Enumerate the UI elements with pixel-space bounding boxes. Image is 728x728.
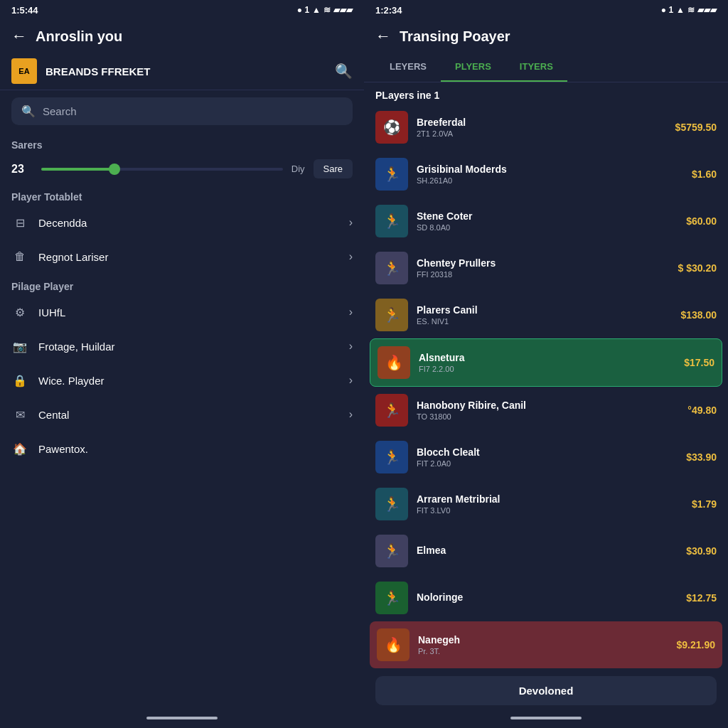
save-button[interactable]: Sare [314, 159, 353, 178]
player-name-6: Hanobony Ribire, Canil [417, 400, 679, 411]
menu-item-wice[interactable]: 🔒 Wice. Playder › [0, 363, 364, 397]
player-sub-2: SD 8.0A0 [417, 223, 678, 232]
right-header: ← Transing Poayer [364, 20, 728, 53]
pilage-section-title: Pilage Player [0, 274, 364, 295]
player-info-2: Stene Coter SD 8.0A0 [417, 210, 678, 232]
pawentox-label: Pawentox. [38, 443, 353, 455]
player-name-5: Alsnetura [419, 352, 675, 363]
player-row-9[interactable]: 🏃 Elmea $30.90 [364, 528, 728, 574]
left-back-button[interactable]: ← [11, 27, 27, 46]
menu-item-pawentox[interactable]: 🏠 Pawentox. [0, 432, 364, 466]
right-status-bar: 1:2:34 ● 1 ▲ ≋ ▰▰▰ [364, 0, 728, 20]
player-info-6: Hanobony Ribire, Canil TO 31800 [417, 400, 679, 421]
player-sub-1: SH.261A0 [417, 176, 683, 185]
player-price-3: $ $30.20 [678, 262, 717, 274]
player-row-3[interactable]: 🏃 Chentey Prullers FFI 20318 $ $30.20 [364, 245, 728, 291]
player-sub-5: FI7 2.2.00 [419, 365, 675, 373]
iuhfl-label: IUHfL [38, 306, 339, 318]
player-avatar-10: 🏃 [375, 582, 408, 614]
player-info-8: Arraren Metribrial FIT 3.LV0 [417, 493, 683, 515]
wice-label: Wice. Playder [38, 375, 339, 387]
player-row-7[interactable]: 🏃 Blocch Clealt FIT 2.0A0 $33.90 [364, 434, 728, 481]
player-sub-4: ES. NIV1 [417, 317, 672, 326]
player-avatar-6: 🏃 [375, 394, 408, 427]
player-name-1: Grisibinal Moderds [417, 164, 683, 175]
tab-ityers[interactable]: ITYERS [505, 53, 567, 82]
slider-thumb[interactable] [109, 164, 120, 175]
player-price-11: $9.21.90 [677, 639, 716, 651]
savers-section-title: Sarers [0, 132, 364, 154]
player-info-0: Breeferdal 2T1 2.0VA [417, 117, 667, 138]
player-price-1: $1.60 [692, 168, 717, 180]
player-row-6[interactable]: 🏃 Hanobony Ribire, Canil TO 31800 °49.80 [364, 387, 728, 434]
cental-chevron-icon: › [349, 408, 353, 421]
right-time: 1:2:34 [375, 5, 402, 16]
menu-item-iuhfl[interactable]: ⚙ IUHfL › [0, 295, 364, 329]
player-price-4: $138.00 [680, 309, 717, 321]
player-avatar-9: 🏃 [375, 535, 408, 567]
player-row-0[interactable]: ⚽ Breeferdal 2T1 2.0VA $5759.50 [364, 104, 728, 151]
right-status-icons: ● 1 ▲ ≋ ▰▰▰ [661, 5, 717, 15]
player-name-10: Noloringe [417, 592, 678, 603]
player-row-11-last[interactable]: 🔥 Nanegeh Pr. 3T. $9.21.90 [370, 621, 722, 668]
player-avatar-0: ⚽ [375, 111, 408, 144]
player-price-8: $1.79 [692, 498, 717, 510]
tab-leyers[interactable]: LEYERS [375, 53, 441, 82]
left-status-icons: ● 1 ▲ ≋ ▰▰▰ [297, 5, 353, 15]
player-row-10[interactable]: 🏃 Noloringe $12.75 [364, 574, 728, 621]
left-page-title: Anroslin you [36, 28, 353, 45]
wice-icon: 🔒 [11, 372, 28, 389]
players-section-label: PLayers ine 1 [364, 82, 728, 104]
player-row-2[interactable]: 🏃 Stene Coter SD 8.0A0 $60.00 [364, 198, 728, 245]
right-bottom-bar [364, 711, 728, 728]
player-info-1: Grisibinal Moderds SH.261A0 [417, 164, 683, 185]
player-row-1[interactable]: 🏃 Grisibinal Moderds SH.261A0 $1.60 [364, 151, 728, 198]
slider-left-label: 23 [11, 163, 33, 176]
wice-chevron-icon: › [349, 374, 353, 387]
player-info-10: Noloringe [417, 592, 678, 604]
search-input[interactable] [43, 105, 343, 117]
player-price-9: $30.90 [686, 545, 717, 557]
player-avatar-11: 🔥 [377, 628, 410, 661]
right-home-indicator [510, 717, 582, 719]
player-avatar-3: 🏃 [375, 252, 408, 284]
left-header: ← Anroslin you [0, 20, 364, 53]
player-list: ⚽ Breeferdal 2T1 2.0VA $5759.50 🏃 Grisib… [364, 104, 728, 676]
iuhfl-chevron-icon: › [349, 306, 353, 318]
player-sub-6: TO 31800 [417, 412, 679, 421]
regnot-label: Regnot Lariser [38, 251, 339, 263]
player-sub-11: Pr. 3T. [418, 647, 668, 655]
player-name-2: Stene Coter [417, 210, 678, 222]
player-sub-8: FIT 3.LV0 [417, 506, 683, 515]
decendda-icon: ⊟ [11, 214, 28, 231]
cental-label: Cental [38, 409, 339, 421]
home-indicator [146, 717, 218, 719]
slider-row: 23 Diy Sare [0, 154, 364, 184]
regnot-chevron-icon: › [349, 250, 353, 263]
player-row-8[interactable]: 🏃 Arraren Metribrial FIT 3.LV0 $1.79 [364, 481, 728, 528]
tabs-row: LEYERS PLYERS ITYERS [364, 53, 728, 82]
player-sub-0: 2T1 2.0VA [417, 129, 667, 138]
menu-item-cental[interactable]: ✉ Cental › [0, 397, 364, 432]
frotage-icon: 📷 [11, 338, 28, 355]
player-avatar-8: 🏃 [375, 488, 408, 520]
player-row-5-highlighted[interactable]: 🔥 Alsnetura FI7 2.2.00 $17.50 [370, 338, 722, 387]
search-icon[interactable]: 🔍 [335, 63, 353, 80]
right-back-button[interactable]: ← [375, 27, 391, 46]
search-bar[interactable]: 🔍 [11, 97, 353, 125]
right-page-title: Transing Poayer [400, 28, 717, 45]
menu-item-decendda[interactable]: ⊟ Decendda › [0, 205, 364, 240]
menu-item-frotage[interactable]: 📷 Frotage, Huildar › [0, 329, 364, 363]
player-price-5: $17.50 [684, 357, 714, 368]
player-sub-3: FFI 20318 [417, 270, 670, 279]
player-avatar-5: 🔥 [378, 346, 410, 379]
slider-track[interactable] [41, 168, 283, 171]
player-info-5: Alsnetura FI7 2.2.00 [419, 352, 675, 373]
player-row-4[interactable]: 🏃 Plarers Canil ES. NIV1 $138.00 [364, 291, 728, 338]
tab-plyers[interactable]: PLYERS [441, 53, 505, 82]
menu-item-regnot[interactable]: 🗑 Regnot Lariser › [0, 240, 364, 274]
frotage-chevron-icon: › [349, 340, 353, 353]
left-bottom-bar [0, 711, 364, 728]
player-name-7: Blocch Clealt [417, 446, 678, 458]
player-info-9: Elmea [417, 545, 678, 557]
